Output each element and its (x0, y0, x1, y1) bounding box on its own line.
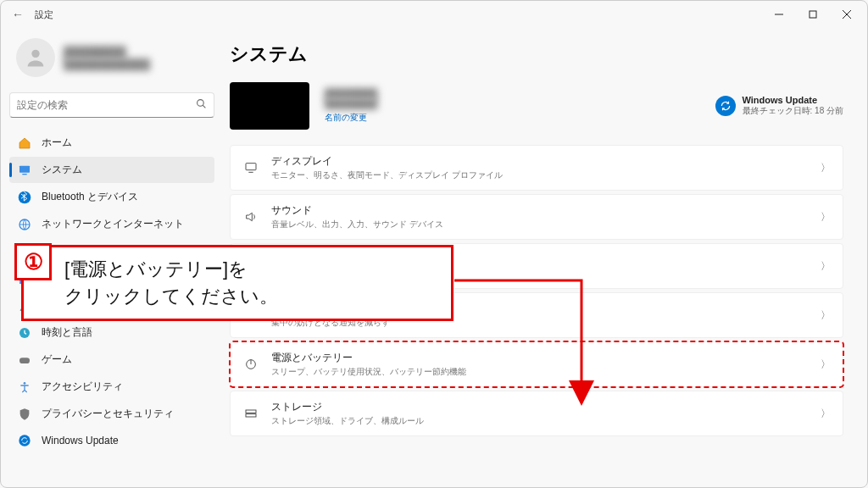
svg-point-4 (31, 50, 39, 58)
maximize-button[interactable] (796, 1, 830, 28)
titlebar: ← 設定 (1, 1, 867, 28)
sidebar-item-label: 時刻と言語 (42, 325, 92, 340)
device-thumbnail (230, 82, 309, 130)
chevron-right-icon: 〉 (821, 259, 831, 274)
sound-icon (242, 208, 259, 225)
sidebar-item-label: Windows Update (42, 435, 119, 446)
svg-rect-27 (246, 414, 256, 417)
update-sub: 最終チェック日時: 18 分前 (743, 105, 843, 117)
svg-rect-20 (246, 164, 256, 170)
chevron-right-icon: 〉 (821, 407, 831, 421)
sidebar-item-time[interactable]: 時刻と言語 (9, 319, 214, 346)
display-icon (242, 159, 259, 176)
svg-rect-17 (19, 358, 30, 363)
system-icon (18, 164, 31, 177)
sidebar-item-label: ホーム (42, 136, 72, 150)
sidebar-item-label: プライバシーとセキュリティ (42, 407, 174, 421)
search-icon (196, 98, 207, 112)
sidebar-item-privacy[interactable]: プライバシーとセキュリティ (9, 401, 214, 427)
sidebar-item-home[interactable]: ホーム (9, 130, 214, 156)
callout-arrow (454, 279, 598, 409)
device-model: ████████ (325, 98, 377, 108)
sidebar-item-update[interactable]: Windows Update (9, 428, 214, 453)
gaming-icon (18, 353, 31, 367)
window-controls (762, 1, 864, 28)
storage-icon (242, 405, 259, 422)
chevron-right-icon: 〉 (821, 161, 831, 175)
item-title: ディスプレイ (271, 154, 503, 169)
bluetooth-icon (18, 191, 31, 204)
sidebar-item-bluetooth[interactable]: Bluetooth とデバイス (9, 184, 214, 210)
sidebar-item-gaming[interactable]: ゲーム (9, 347, 214, 373)
avatar (16, 38, 55, 77)
sidebar-item-label: ネットワークとインターネット (42, 217, 184, 231)
device-name: ████████ (325, 88, 377, 98)
callout-number: ① (14, 243, 52, 280)
item-subtitle: 音量レベル、出力、入力、サウンド デバイス (271, 219, 443, 230)
sidebar-item-label: Bluetooth とデバイス (42, 190, 138, 204)
svg-point-5 (198, 100, 204, 107)
sidebar-item-label: アクセシビリティ (42, 380, 123, 394)
update-icon (18, 434, 31, 447)
svg-rect-1 (810, 11, 816, 18)
minimize-button[interactable] (762, 1, 796, 28)
svg-point-18 (24, 382, 26, 385)
svg-rect-8 (22, 174, 26, 175)
chevron-right-icon: 〉 (821, 210, 831, 225)
sidebar-item-label: ゲーム (42, 352, 72, 367)
chevron-right-icon: 〉 (821, 358, 831, 372)
settings-item-display[interactable]: ディスプレイモニター、明るさ、夜間モード、ディスプレイ プロファイル〉 (230, 145, 843, 191)
time-icon (18, 326, 31, 340)
back-button[interactable]: ← (4, 1, 31, 28)
profile-email: ████████████ (64, 58, 150, 70)
sidebar-item-system[interactable]: システム (9, 157, 214, 183)
close-button[interactable] (830, 1, 864, 28)
update-title: Windows Update (743, 95, 843, 105)
app-title: 設定 (35, 8, 53, 21)
callout-text: [電源とバッテリー]を クリックしてください。 (21, 245, 453, 321)
profile-name: ████████ (64, 46, 150, 58)
item-title: 電源とバッテリー (271, 351, 466, 365)
sidebar-item-accessibility[interactable]: アクセシビリティ (9, 374, 214, 400)
profile-block[interactable]: ████████ ████████████ (9, 28, 214, 92)
item-subtitle: ストレージ領域、ドライブ、構成ルール (271, 415, 424, 427)
chevron-right-icon: 〉 (821, 308, 831, 323)
device-row: ████████ ████████ 名前の変更 Windows Update 最… (230, 82, 843, 130)
network-icon (18, 218, 31, 231)
sidebar-item-network[interactable]: ネットワークとインターネット (9, 211, 214, 237)
update-icon (715, 96, 736, 116)
svg-point-19 (19, 435, 30, 446)
privacy-icon (18, 408, 31, 421)
instruction-callout: ① [電源とバッテリー]を クリックしてください。 (21, 245, 453, 321)
item-subtitle: モニター、明るさ、夜間モード、ディスプレイ プロファイル (271, 169, 503, 181)
svg-rect-26 (246, 410, 256, 413)
svg-rect-7 (19, 165, 30, 172)
sidebar-item-label: システム (42, 163, 82, 177)
accessibility-icon (18, 380, 31, 394)
item-title: ストレージ (271, 400, 424, 414)
item-subtitle: スリープ、バッテリ使用状況、バッテリー節約機能 (271, 366, 466, 378)
windows-update-tile[interactable]: Windows Update 最終チェック日時: 18 分前 (715, 95, 843, 117)
rename-link[interactable]: 名前の変更 (325, 112, 377, 124)
page-title: システム (230, 28, 843, 82)
search-input[interactable] (17, 99, 196, 111)
svg-point-9 (19, 191, 31, 203)
settings-item-sound[interactable]: サウンド音量レベル、出力、入力、サウンド デバイス〉 (230, 194, 843, 240)
item-title: サウンド (271, 203, 443, 218)
search-box[interactable] (9, 92, 214, 118)
svg-line-6 (203, 105, 205, 108)
power-icon (242, 356, 259, 373)
home-icon (18, 136, 31, 150)
